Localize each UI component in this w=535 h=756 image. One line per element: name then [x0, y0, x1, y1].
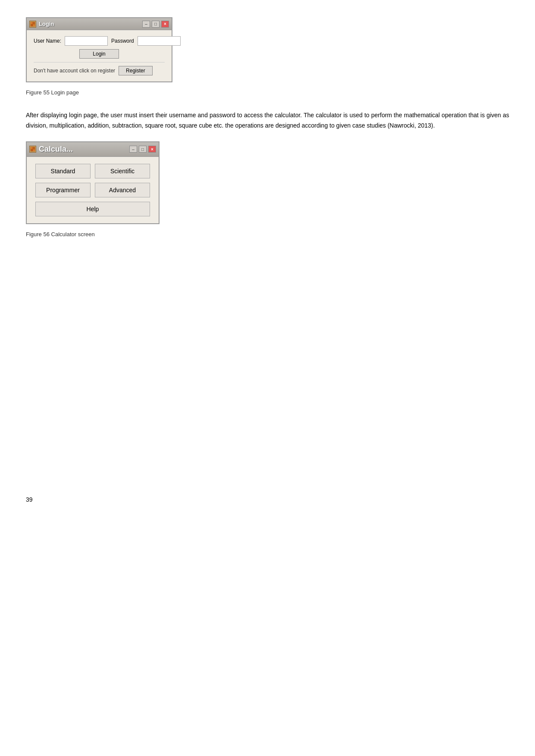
register-button[interactable]: Register [119, 66, 153, 75]
scientific-button[interactable]: Scientific [95, 164, 150, 178]
close-button[interactable]: × [161, 21, 169, 28]
titlebar-controls: – □ × [142, 21, 169, 28]
register-row: Don't have account click on register Reg… [34, 62, 165, 75]
svg-rect-2 [31, 24, 33, 26]
svg-rect-4 [31, 147, 33, 149]
register-text: Don't have account click on register [34, 68, 115, 74]
calc-title: Calcula... [39, 145, 73, 154]
login-window-body: User Name: Password Login Don't have acc… [27, 30, 172, 81]
login-btn-row: Login [34, 49, 165, 59]
svg-rect-5 [33, 149, 35, 151]
login-window: Login – □ × User Name: Password Login Do… [26, 17, 172, 82]
calc-close-button[interactable]: × [148, 146, 156, 153]
password-label: Password [111, 38, 134, 44]
svg-rect-3 [33, 22, 35, 24]
svg-rect-0 [31, 22, 33, 24]
advanced-button[interactable]: Advanced [95, 183, 150, 197]
calc-maximize-button[interactable]: □ [139, 146, 147, 153]
calc-titlebar-left: Calcula... [29, 145, 73, 154]
svg-rect-1 [33, 24, 35, 26]
calc-window-body: Standard Scientific Programmer Advanced … [27, 157, 159, 223]
maximize-button[interactable]: □ [152, 21, 160, 28]
login-titlebar: Login – □ × [27, 18, 172, 30]
calc-titlebar-controls: – □ × [129, 146, 156, 153]
titlebar-left: Login [29, 21, 54, 28]
svg-rect-6 [31, 149, 33, 151]
login-title: Login [39, 21, 54, 27]
help-button[interactable]: Help [35, 202, 150, 216]
figure55-caption: Figure 55 Login page [26, 89, 509, 96]
username-row: User Name: Password [34, 36, 165, 46]
minimize-button[interactable]: – [142, 21, 150, 28]
calc-titlebar: Calcula... – □ × [27, 142, 159, 157]
calc-minimize-button[interactable]: – [129, 146, 137, 153]
login-button[interactable]: Login [79, 49, 119, 59]
username-input[interactable] [65, 36, 108, 46]
standard-button[interactable]: Standard [35, 164, 91, 178]
body-paragraph: After displaying login page, the user mu… [26, 110, 509, 131]
svg-rect-7 [33, 147, 35, 149]
username-label: User Name: [34, 38, 61, 44]
calculator-window: Calcula... – □ × Standard Scientific Pro… [26, 141, 160, 224]
calc-button-grid: Standard Scientific Programmer Advanced [35, 164, 150, 197]
figure56-caption: Figure 56 Calculator screen [26, 231, 509, 237]
page-number: 39 [26, 496, 509, 503]
calc-app-icon [29, 146, 36, 153]
programmer-button[interactable]: Programmer [35, 183, 91, 197]
password-input[interactable] [138, 36, 181, 46]
app-icon [29, 21, 36, 28]
